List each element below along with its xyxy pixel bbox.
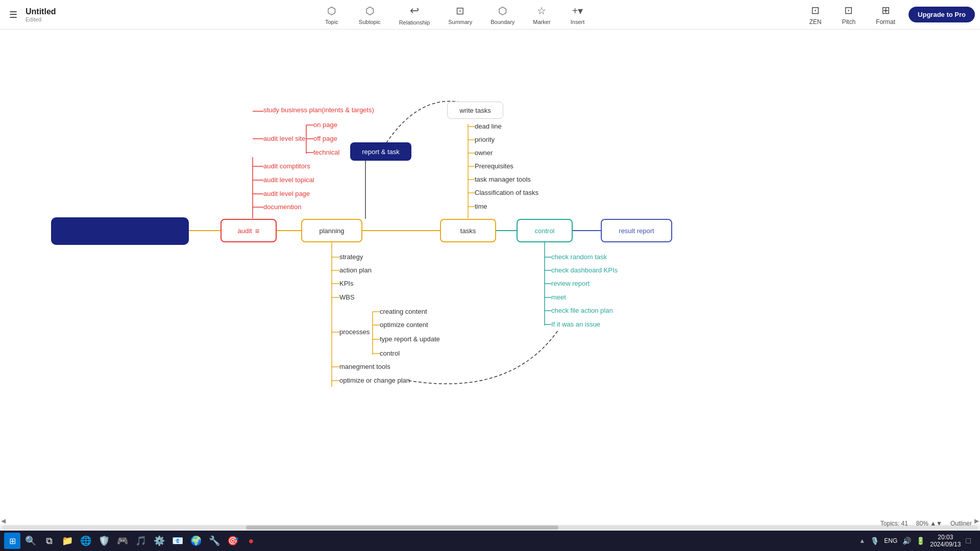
node-audit[interactable]: audit ≡: [220, 219, 277, 242]
toolbar-left: ☰ Untitled Edited: [5, 5, 107, 24]
scrollbar-thumb[interactable]: [246, 525, 558, 530]
app4-icon[interactable]: ⚙️: [151, 533, 167, 549]
relationship-label: Relationship: [399, 19, 430, 26]
chevron-up-icon[interactable]: ▲: [859, 537, 865, 544]
label-documention: documention: [263, 203, 301, 211]
label-meet: meet: [551, 293, 566, 301]
upgrade-button[interactable]: Upgrade to Pro: [909, 7, 975, 22]
menu-icon[interactable]: ☰: [5, 5, 21, 24]
label-on-page: on page: [313, 121, 337, 129]
app9-icon[interactable]: ●: [243, 533, 259, 549]
boundary-label: Boundary: [491, 19, 514, 25]
pitch-label: Pitch: [842, 18, 855, 26]
battery-icon: 🔋: [916, 537, 925, 545]
search-taskbar-icon[interactable]: 🔍: [22, 533, 39, 549]
zoom-chevron-icon[interactable]: ▲▼: [930, 520, 942, 527]
marker-button[interactable]: ☆ Marker: [524, 2, 559, 28]
mic-icon: 🎙️: [870, 537, 879, 545]
app2-icon[interactable]: 🎮: [114, 533, 131, 549]
topic-button[interactable]: ⬡ Topic: [314, 2, 350, 28]
speaker-icon: 🔊: [902, 537, 911, 545]
label-if-issue: If it was an issue: [551, 320, 600, 328]
scrollbar[interactable]: [0, 524, 980, 531]
label-strategy: strategy: [339, 253, 363, 261]
node-planning[interactable]: planning: [301, 219, 362, 242]
statusbar: Topics: 41 80% ▲▼ Outliner: [872, 516, 980, 531]
files-icon[interactable]: 📁: [59, 533, 76, 549]
node-central[interactable]: [51, 217, 189, 245]
label-optimize-change: optimize or change plan: [339, 377, 410, 384]
format-icon: ⊞: [881, 4, 890, 16]
boundary-button[interactable]: ⬡ Boundary: [481, 2, 524, 28]
marker-label: Marker: [533, 19, 550, 25]
pitch-button[interactable]: ⊡ Pitch: [835, 1, 863, 29]
app3-icon[interactable]: 🎵: [133, 533, 149, 549]
topic-label: Topic: [325, 19, 338, 25]
scroll-left-arrow[interactable]: ◀: [1, 517, 6, 524]
notification-icon[interactable]: □: [966, 536, 971, 545]
subtopic-label: Subtopic: [359, 19, 381, 25]
zen-button[interactable]: ⊡ ZEN: [802, 1, 828, 29]
node-tasks[interactable]: tasks: [440, 219, 496, 242]
subtopic-icon: ⬡: [365, 5, 374, 17]
label-audit-level-page: audit level page: [263, 190, 310, 197]
insert-button[interactable]: +▾ Insert: [560, 2, 596, 28]
toolbar: ☰ Untitled Edited ⬡ Topic ⬡ Subtopic ↩ R…: [0, 0, 980, 30]
format-button[interactable]: ⊞ Format: [869, 1, 902, 29]
label-owner: owner: [475, 149, 493, 157]
label-audit-level-site: audit level site: [263, 135, 305, 142]
zen-icon: ⊡: [811, 4, 820, 16]
app8-icon[interactable]: 🎯: [225, 533, 241, 549]
insert-label: Insert: [571, 19, 585, 25]
app-title-subtitle: Edited: [26, 16, 56, 22]
subtopic-button[interactable]: ⬡ Subtopic: [350, 2, 390, 28]
format-label: Format: [876, 18, 895, 26]
label-task-manager-tools: task manager tools: [475, 176, 531, 183]
mindmap: audit ≡ planning tasks control result re…: [0, 30, 980, 531]
label-study-business: study business plan(intents & targets): [263, 106, 374, 114]
app-title: Untitled Edited: [26, 7, 56, 22]
app7-icon[interactable]: 🔧: [206, 533, 223, 549]
label-priority: priority: [475, 136, 495, 143]
toolbar-right: ⊡ ZEN ⊡ Pitch ⊞ Format Upgrade to Pro: [802, 1, 975, 29]
zen-label: ZEN: [809, 18, 821, 26]
label-prerequisites: Prerequisites: [475, 162, 513, 170]
label-check-random: check random task: [551, 253, 607, 261]
label-wbs: WBS: [339, 293, 355, 301]
node-control[interactable]: control: [517, 219, 573, 242]
insert-icon: +▾: [572, 5, 583, 17]
marker-icon: ☆: [537, 5, 546, 17]
label-control-proc: control: [380, 349, 400, 357]
canvas[interactable]: audit ≡ planning tasks control result re…: [0, 30, 980, 531]
view-mode[interactable]: Outliner: [950, 520, 972, 527]
summary-button[interactable]: ⊡ Summary: [439, 2, 481, 28]
node-write-tasks[interactable]: write tasks: [447, 102, 503, 119]
label-creating-content: creating content: [380, 308, 427, 315]
label-manegment-tools: manegment tools: [339, 363, 390, 370]
taskbar: ⊞ 🔍 ⧉ 📁 🌐 🛡️ 🎮 🎵 ⚙️ 📧 🌍 🔧 🎯 ● ▲ 🎙️ E: [0, 531, 980, 551]
datetime-display: 20:03 2024/09/13: [930, 534, 961, 548]
lang-label: ENG: [884, 537, 897, 544]
node-result[interactable]: result report: [601, 219, 672, 242]
relationship-button[interactable]: ↩ Relationship: [390, 1, 439, 29]
pitch-icon: ⊡: [844, 4, 853, 16]
node-report-task[interactable]: report & task: [350, 142, 411, 161]
label-off-page: off page: [313, 135, 337, 142]
label-review-report: review report: [551, 280, 590, 287]
chrome-icon[interactable]: 🌐: [78, 533, 94, 549]
taskview-icon[interactable]: ⧉: [41, 533, 57, 549]
label-check-dashboard: check dashboard KPIs: [551, 266, 618, 274]
label-dead-line: dead line: [475, 122, 502, 130]
date-display: 2024/09/13: [930, 541, 961, 548]
label-audit-comptitors: audit comptitors: [263, 162, 310, 170]
app1-icon[interactable]: 🛡️: [96, 533, 112, 549]
windows-icon: ⊞: [9, 536, 16, 546]
start-button[interactable]: ⊞: [4, 533, 20, 549]
app5-icon[interactable]: 📧: [169, 533, 186, 549]
label-kpis: KPIs: [339, 280, 353, 287]
topic-icon: ⬡: [327, 5, 336, 17]
topics-count: Topics: 41: [880, 520, 908, 527]
summary-label: Summary: [448, 19, 472, 25]
summary-icon: ⊡: [456, 5, 464, 17]
app6-icon[interactable]: 🌍: [188, 533, 204, 549]
